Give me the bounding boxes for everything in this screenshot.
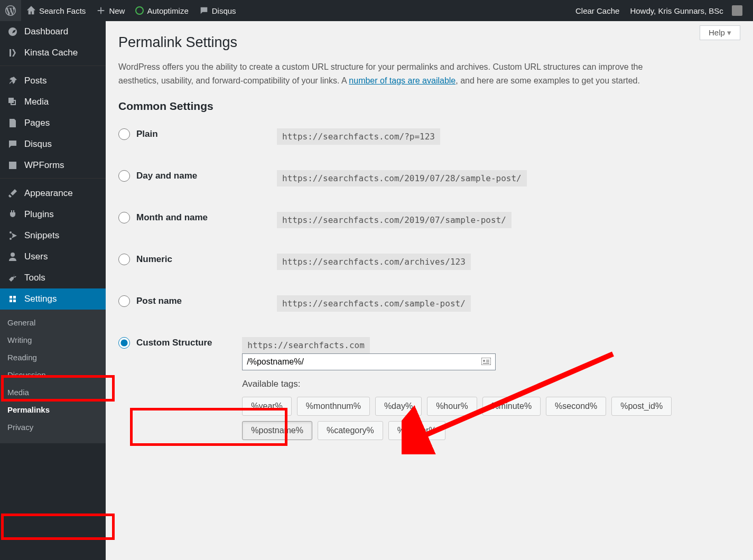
available-tags-label: Available tags:: [242, 379, 300, 389]
submenu-permalinks[interactable]: Permalinks: [0, 401, 106, 418]
submenu-writing[interactable]: Writing: [0, 331, 106, 349]
option-plain[interactable]: Plain: [118, 128, 277, 140]
tag-postname[interactable]: %postname%: [242, 421, 312, 440]
disqus-link[interactable]: Disqus: [194, 0, 241, 21]
help-button[interactable]: Help: [700, 25, 740, 40]
option-day-value: https://searchfacts.com/2019/07/28/sampl…: [277, 170, 527, 186]
option-month[interactable]: Month and name: [118, 212, 277, 223]
sidebar-item-pages[interactable]: Pages: [0, 113, 106, 134]
option-postname[interactable]: Post name: [118, 295, 277, 307]
kinsta-icon: [7, 48, 18, 58]
sidebar-item-kinsta-cache[interactable]: Kinsta Cache: [0, 42, 106, 66]
pages-icon: [7, 118, 18, 128]
plus-icon: [96, 6, 106, 15]
submenu-media[interactable]: Media: [0, 384, 106, 401]
sidebar-item-posts[interactable]: Posts: [0, 70, 106, 91]
radio-day[interactable]: [118, 170, 130, 182]
option-numeric[interactable]: Numeric: [118, 254, 277, 265]
users-icon: [7, 251, 18, 262]
custom-structure-input-wrap: [242, 353, 496, 370]
submenu-privacy[interactable]: Privacy: [0, 418, 106, 436]
submenu-discussion[interactable]: Discussion: [0, 366, 106, 384]
settings-label: Settings: [24, 294, 57, 304]
option-postname-value: https://searchfacts.com/sample-post/: [277, 295, 471, 312]
new-label: New: [109, 6, 125, 15]
plugins-label: Plugins: [24, 209, 54, 220]
radio-custom[interactable]: [118, 337, 130, 349]
svg-rect-4: [483, 363, 489, 364]
home-icon: [26, 6, 36, 15]
account-link[interactable]: Howdy, Kris Gunnars, BSc: [625, 0, 748, 21]
tag-second[interactable]: %second%: [546, 397, 606, 416]
sidebar-item-tools[interactable]: Tools: [0, 267, 106, 288]
site-name-link[interactable]: Search Facts: [21, 0, 91, 21]
intro-text: WordPress offers you the ability to crea…: [118, 60, 647, 87]
tags-available-link[interactable]: number of tags are available: [349, 76, 455, 85]
sidebar-item-settings[interactable]: Settings: [0, 288, 106, 310]
sidebar-item-dashboard[interactable]: Dashboard: [0, 21, 106, 42]
site-name: Search Facts: [39, 6, 86, 15]
sidebar-item-appearance[interactable]: Appearance: [0, 183, 106, 204]
option-day[interactable]: Day and name: [118, 170, 277, 182]
card-icon: [477, 358, 495, 367]
new-link[interactable]: New: [91, 0, 130, 21]
option-month-label: Month and name: [136, 212, 208, 223]
option-custom-label: Custom Structure: [136, 338, 212, 348]
tag-day[interactable]: %day%: [375, 397, 422, 416]
plugin-icon: [7, 209, 18, 220]
tag-monthnum[interactable]: %monthnum%: [297, 397, 370, 416]
svg-point-1: [483, 360, 485, 362]
disqus-sidebar-label: Disqus: [24, 139, 52, 150]
tag-category[interactable]: %category%: [318, 421, 383, 440]
option-custom[interactable]: Custom Structure: [118, 337, 242, 349]
tag-post-id[interactable]: %post_id%: [611, 397, 672, 416]
tags-container: %year% %monthnum% %day% %hour% %minute% …: [242, 397, 740, 440]
admin-bar: Search Facts New Autoptimize Disqus Clea…: [0, 0, 753, 21]
snippets-label: Snippets: [24, 230, 59, 241]
pages-label: Pages: [24, 118, 50, 128]
disqus-label: Disqus: [212, 6, 236, 15]
option-numeric-label: Numeric: [136, 254, 172, 265]
submenu-general[interactable]: General: [0, 314, 106, 331]
common-settings-heading: Common Settings: [118, 100, 740, 113]
sidebar-item-wpforms[interactable]: WPForms: [0, 155, 106, 179]
howdy-label: Howdy, Kris Gunnars, BSc: [630, 6, 723, 15]
wpforms-icon: [7, 160, 18, 171]
pin-icon: [7, 76, 18, 86]
autoptimize-link[interactable]: Autoptimize: [130, 0, 193, 21]
tag-hour[interactable]: %hour%: [427, 397, 477, 416]
wp-logo[interactable]: [0, 0, 21, 21]
comment-icon: [199, 6, 209, 15]
settings-submenu: General Writing Reading Discussion Media…: [0, 310, 106, 443]
page-title: Permalink Settings: [118, 34, 740, 51]
clear-cache-label: Clear Cache: [575, 6, 619, 15]
sidebar-item-plugins[interactable]: Plugins: [0, 204, 106, 225]
tag-year[interactable]: %year%: [242, 397, 292, 416]
radio-numeric[interactable]: [118, 254, 130, 265]
sidebar-item-disqus[interactable]: Disqus: [0, 134, 106, 155]
radio-month[interactable]: [118, 212, 130, 223]
option-plain-label: Plain: [136, 129, 158, 139]
radio-plain[interactable]: [118, 128, 130, 140]
sidebar-item-users[interactable]: Users: [0, 246, 106, 267]
intro-part2: , and here are some examples to get you …: [455, 76, 640, 85]
autoptimize-icon: [135, 6, 144, 15]
option-postname-label: Post name: [136, 296, 182, 306]
clear-cache-link[interactable]: Clear Cache: [570, 0, 625, 21]
radio-postname[interactable]: [118, 295, 130, 307]
option-day-label: Day and name: [136, 171, 197, 181]
custom-structure-input[interactable]: [243, 354, 477, 370]
content: Help Permalink Settings WordPress offers…: [106, 21, 753, 560]
wpforms-label: WPForms: [24, 160, 64, 171]
dashboard-label: Dashboard: [24, 26, 68, 37]
submenu-reading[interactable]: Reading: [0, 349, 106, 366]
sidebar-item-snippets[interactable]: Snippets: [0, 225, 106, 246]
snippets-icon: [7, 230, 18, 241]
sidebar-item-media[interactable]: Media: [0, 91, 106, 113]
media-label: Media: [24, 97, 49, 107]
tag-minute[interactable]: %minute%: [482, 397, 541, 416]
posts-label: Posts: [24, 76, 47, 86]
tag-author[interactable]: %author%: [388, 421, 445, 440]
users-label: Users: [24, 251, 48, 262]
svg-rect-2: [486, 360, 489, 361]
